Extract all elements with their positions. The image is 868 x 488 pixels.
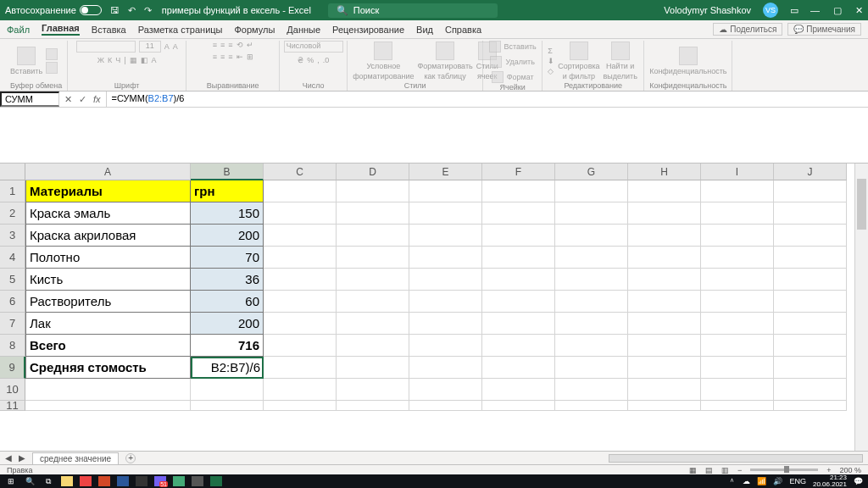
cell-J2[interactable] xyxy=(774,202,847,225)
col-header-C[interactable]: C xyxy=(264,164,337,180)
cell-J8[interactable] xyxy=(774,335,847,357)
row-header-2[interactable]: 2 xyxy=(0,202,25,225)
tab-home[interactable]: Главная xyxy=(42,23,80,36)
cell-E7[interactable] xyxy=(409,313,482,335)
app2-icon[interactable] xyxy=(192,476,203,486)
format-cells-button[interactable]: Формат xyxy=(492,71,534,83)
name-box[interactable] xyxy=(0,92,59,107)
row-header-9[interactable]: 9 xyxy=(0,357,25,379)
cell-H2[interactable] xyxy=(628,202,701,225)
cell-H9[interactable] xyxy=(628,357,701,379)
align-bot-icon[interactable]: ≡ xyxy=(228,41,232,49)
paste-button[interactable]: Вставить xyxy=(10,47,42,75)
fill-icon[interactable]: ◧ xyxy=(141,56,148,64)
zoom-level[interactable]: 200 % xyxy=(839,466,861,474)
tab-data[interactable]: Данные xyxy=(287,25,320,35)
cell-H7[interactable] xyxy=(628,313,701,335)
task-view-icon[interactable]: ⧉ xyxy=(42,476,54,486)
spreadsheet-grid[interactable]: 1234567891011 ABCDEFGHIJ МатериалыгрнКра… xyxy=(0,164,868,451)
cell-H8[interactable] xyxy=(628,335,701,357)
row-header-1[interactable]: 1 xyxy=(0,180,25,202)
view-normal-icon[interactable]: ▦ xyxy=(689,466,697,474)
cell-E2[interactable] xyxy=(409,202,482,225)
col-header-D[interactable]: D xyxy=(337,164,409,180)
add-sheet-button[interactable]: + xyxy=(125,453,136,463)
minimize-icon[interactable]: — xyxy=(810,5,820,16)
cell-H1[interactable] xyxy=(628,180,701,202)
cell-F3[interactable] xyxy=(482,225,555,247)
cell-H10[interactable] xyxy=(628,379,701,401)
cell-I9[interactable] xyxy=(701,357,774,379)
tab-view[interactable]: Вид xyxy=(416,25,433,35)
cell-I8[interactable] xyxy=(701,335,774,357)
confidentiality-button[interactable]: Конфиденциальность xyxy=(649,47,726,75)
word-icon[interactable] xyxy=(117,476,129,486)
sheet-nav-next-icon[interactable]: ▶ xyxy=(19,453,25,463)
align-center-icon[interactable]: ≡ xyxy=(220,53,225,61)
cell-I4[interactable] xyxy=(701,247,774,269)
cell-F2[interactable] xyxy=(482,202,555,225)
shrink-font-icon[interactable]: A xyxy=(173,42,178,51)
indent-dec-icon[interactable]: ⇤ xyxy=(236,53,243,61)
cell-B6[interactable]: 60 xyxy=(191,291,264,313)
cell-G6[interactable] xyxy=(555,291,628,313)
cell-C9[interactable] xyxy=(264,357,337,379)
cell-C6[interactable] xyxy=(264,291,337,313)
cell-F7[interactable] xyxy=(482,313,555,335)
row-header-8[interactable]: 8 xyxy=(0,335,25,357)
cell-D9[interactable] xyxy=(337,357,409,379)
cell-B8[interactable]: 716 xyxy=(191,335,264,357)
zoom-out-icon[interactable]: − xyxy=(737,466,742,474)
cell-A11[interactable] xyxy=(25,401,191,411)
view-break-icon[interactable]: ▥ xyxy=(721,466,729,474)
close-icon[interactable]: ✕ xyxy=(855,5,863,16)
comments-button[interactable]: 💬 Примечания xyxy=(787,23,861,36)
cell-D3[interactable] xyxy=(337,225,409,247)
bold-icon[interactable]: Ж xyxy=(97,56,104,64)
vertical-scrollbar[interactable] xyxy=(854,164,868,451)
autosum-icon[interactable]: Σ xyxy=(548,47,554,55)
cell-G1[interactable] xyxy=(555,180,628,202)
delete-cells-button[interactable]: Удалить xyxy=(490,56,534,68)
col-header-E[interactable]: E xyxy=(409,164,482,180)
cell-C4[interactable] xyxy=(264,247,337,269)
user-name[interactable]: Volodymyr Shashkov xyxy=(664,5,751,15)
cell-H11[interactable] xyxy=(628,401,701,411)
tab-page-layout[interactable]: Разметка страницы xyxy=(138,25,223,35)
col-header-F[interactable]: F xyxy=(482,164,555,180)
cell-F8[interactable] xyxy=(482,335,555,357)
opera-icon[interactable] xyxy=(80,476,92,486)
italic-icon[interactable]: К xyxy=(108,56,112,64)
font-size[interactable]: 11 xyxy=(139,41,161,53)
align-left-icon[interactable]: ≡ xyxy=(213,53,217,61)
cell-A10[interactable] xyxy=(25,379,191,401)
cell-G5[interactable] xyxy=(555,269,628,291)
cell-J6[interactable] xyxy=(774,291,847,313)
comma-icon[interactable]: , xyxy=(317,56,320,64)
cell-H4[interactable] xyxy=(628,247,701,269)
cell-H3[interactable] xyxy=(628,225,701,247)
select-all-corner[interactable] xyxy=(0,164,25,180)
save-icon[interactable]: 🖫 xyxy=(110,5,120,15)
currency-icon[interactable]: ₴ xyxy=(298,56,303,64)
row-header-5[interactable]: 5 xyxy=(0,269,25,291)
cell-D5[interactable] xyxy=(337,269,409,291)
sort-filter-button[interactable]: Сортировкаи фильтр xyxy=(558,42,599,80)
cell-E3[interactable] xyxy=(409,225,482,247)
cell-E1[interactable] xyxy=(409,180,482,202)
cell-B10[interactable] xyxy=(191,379,264,401)
cell-A4[interactable]: Полотно xyxy=(25,247,191,269)
share-button[interactable]: ☁ Поделиться xyxy=(713,23,782,36)
cell-A8[interactable]: Всего xyxy=(25,335,191,357)
cell-J7[interactable] xyxy=(774,313,847,335)
row-header-6[interactable]: 6 xyxy=(0,291,25,313)
toggle-icon[interactable] xyxy=(80,5,102,15)
cell-G7[interactable] xyxy=(555,313,628,335)
volume-icon[interactable]: 🔊 xyxy=(773,477,782,485)
maximize-icon[interactable]: ▢ xyxy=(833,5,842,16)
cell-C1[interactable] xyxy=(264,180,337,202)
insert-cells-button[interactable]: Вставить xyxy=(489,41,537,53)
cell-B2[interactable]: 150 xyxy=(191,202,264,225)
cell-A1[interactable]: Материалы xyxy=(25,180,191,202)
viber-icon[interactable]: 51 xyxy=(154,476,166,486)
